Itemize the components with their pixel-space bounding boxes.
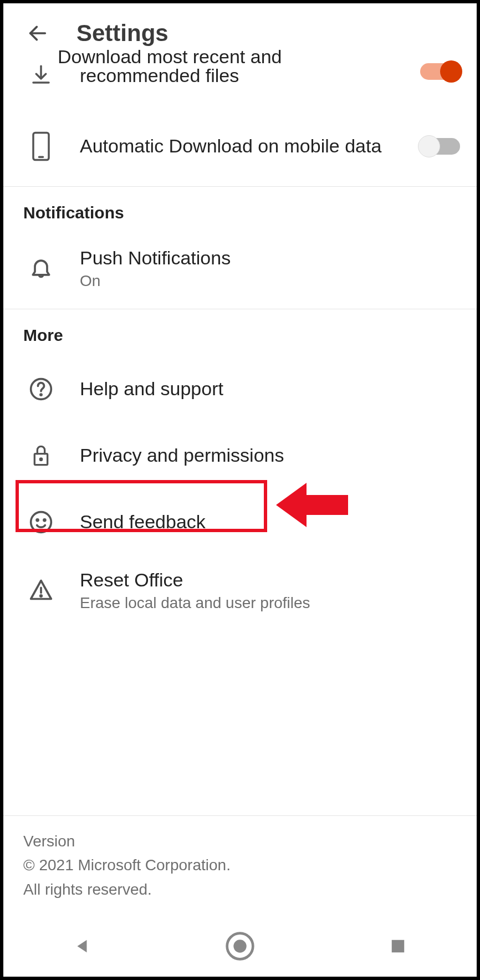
section-more: More xyxy=(3,309,477,356)
phone-icon xyxy=(29,131,53,162)
setting-label: recommended files xyxy=(80,63,405,89)
setting-help-support[interactable]: Help and support xyxy=(3,356,477,422)
nav-recent-button[interactable] xyxy=(381,930,415,963)
setting-label: Reset Office xyxy=(80,568,405,593)
setting-reset-office[interactable]: Reset Office Erase local data and user p… xyxy=(3,555,477,624)
annotation-arrow-icon xyxy=(276,477,348,533)
setting-label: Help and support xyxy=(80,376,405,402)
download-icon xyxy=(29,63,53,86)
footer: Version © 2021 Microsoft Corporation. Al… xyxy=(3,815,477,915)
setting-label: Send feedback xyxy=(80,509,405,535)
nav-back-button[interactable] xyxy=(65,930,99,963)
warning-icon xyxy=(28,578,54,602)
bell-icon xyxy=(29,256,53,280)
setting-push-notifications[interactable]: Push Notifications On xyxy=(3,233,477,302)
svg-point-8 xyxy=(40,458,42,460)
toggle-auto-download-mobile[interactable] xyxy=(420,138,460,155)
system-nav-bar xyxy=(3,921,477,971)
back-button[interactable] xyxy=(25,21,50,45)
svg-point-6 xyxy=(40,394,42,395)
nav-back-icon xyxy=(73,937,91,956)
setting-label: Privacy and permissions xyxy=(80,443,405,468)
svg-point-13 xyxy=(40,595,42,597)
settings-list: Download most recent and recommended fil… xyxy=(3,63,477,624)
svg-rect-3 xyxy=(33,133,49,160)
setting-download-recommended[interactable]: Download most recent and recommended fil… xyxy=(3,63,477,113)
setting-label: Automatic Download on mobile data xyxy=(80,134,405,159)
rights-line: All rights reserved. xyxy=(23,877,457,901)
svg-point-10 xyxy=(37,519,38,521)
smile-icon xyxy=(29,510,53,534)
toggle-download-recommended[interactable] xyxy=(420,63,460,80)
setting-label-top-cutoff: Download most recent and xyxy=(58,44,405,63)
version-label: Version xyxy=(23,829,457,853)
page-title: Settings xyxy=(76,20,168,47)
section-notifications: Notifications xyxy=(3,187,477,233)
svg-point-9 xyxy=(31,512,52,533)
svg-marker-14 xyxy=(276,483,348,527)
copyright-line: © 2021 Microsoft Corporation. xyxy=(23,853,457,877)
nav-home-icon xyxy=(224,931,256,962)
svg-point-17 xyxy=(233,940,246,952)
nav-home-button[interactable] xyxy=(223,930,257,963)
setting-privacy-permissions[interactable]: Privacy and permissions xyxy=(3,422,477,489)
help-icon xyxy=(29,377,53,401)
setting-sublabel: Erase local data and user profiles xyxy=(80,594,405,612)
lock-icon xyxy=(30,442,52,469)
svg-rect-18 xyxy=(391,940,404,953)
setting-auto-download-mobile[interactable]: Automatic Download on mobile data xyxy=(3,113,477,180)
setting-label: Push Notifications xyxy=(80,246,405,271)
svg-marker-15 xyxy=(78,940,87,953)
back-arrow-icon xyxy=(27,22,49,44)
svg-point-11 xyxy=(44,519,45,521)
setting-sublabel: On xyxy=(80,272,405,290)
nav-recent-icon xyxy=(390,938,406,955)
setting-send-feedback[interactable]: Send feedback xyxy=(3,489,477,555)
